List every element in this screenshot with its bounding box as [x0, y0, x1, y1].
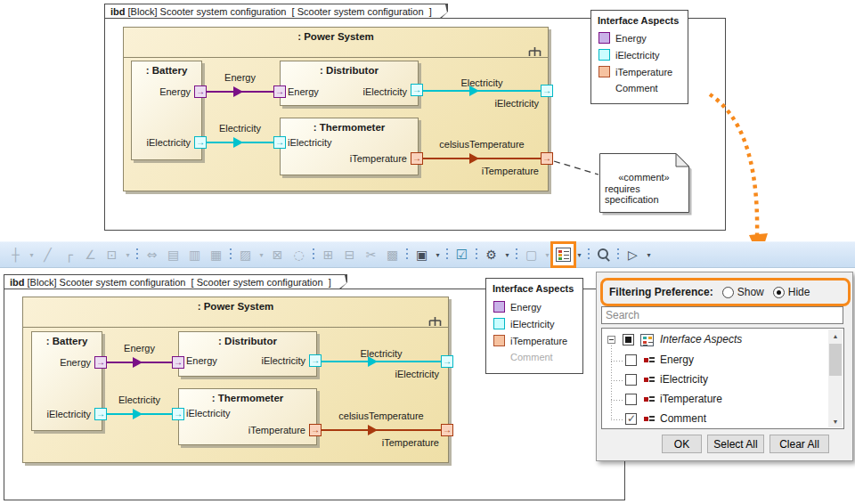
port-distributor-energy[interactable]: [172, 356, 184, 369]
power-system-title: : Power System: [23, 297, 448, 312]
celsius-connector-label: celsiusTemperature: [304, 411, 459, 421]
dropdown-arrow-icon[interactable]: ▾: [502, 244, 512, 265]
legend-top-title: Interface Aspects: [591, 11, 688, 26]
tree-row-root[interactable]: Interface Aspects: [602, 331, 814, 349]
search-input[interactable]: [601, 306, 843, 324]
toolbar-separator: [444, 246, 451, 264]
edge-port-ielectricity[interactable]: [541, 85, 553, 97]
port-thermometer-ielectricity[interactable]: [273, 136, 286, 149]
distributor-title: : Distributor: [281, 61, 418, 76]
distributor-block[interactable]: : Distributor: [178, 331, 317, 377]
comment-line2: specification: [605, 194, 659, 205]
electricity-connector-2[interactable]: [322, 361, 441, 362]
clear-all-button[interactable]: Clear All: [770, 435, 829, 453]
port-distributor-ielectricity[interactable]: [309, 354, 322, 367]
paste-icon[interactable]: ⊟: [339, 244, 360, 265]
make-same-size-icon[interactable]: ⇔: [142, 244, 162, 265]
arrange-shapes-icon[interactable]: ▦: [206, 244, 226, 265]
port-thermometer-itemperature[interactable]: [411, 152, 423, 165]
tree-row-itemperature[interactable]: iTemperature: [602, 391, 814, 409]
ok-button[interactable]: OK: [662, 435, 702, 453]
dropdown-arrow-icon[interactable]: ▾: [644, 244, 654, 265]
scroll-up-icon[interactable]: ▲: [828, 329, 843, 342]
fill-color-icon[interactable]: ▨: [235, 244, 256, 265]
thermometer-ielectricity-label: iElectricity: [288, 137, 332, 148]
distribute-shapes-icon[interactable]: ▥: [184, 244, 205, 265]
delete-icon[interactable]: ▩: [382, 244, 403, 265]
energy-flow-arrow: [233, 86, 243, 97]
search-icon[interactable]: [593, 244, 614, 265]
edge-port-ielectricity[interactable]: [441, 355, 453, 368]
port-battery-ielectricity[interactable]: [94, 408, 107, 420]
port-battery-energy[interactable]: [94, 356, 107, 369]
edge-port-itemperature[interactable]: [541, 152, 553, 165]
scrollbar-thumb[interactable]: [829, 344, 842, 376]
tree-row-comment[interactable]: Comment: [602, 411, 814, 428]
port-distributor-energy[interactable]: [273, 85, 286, 98]
distributor-block[interactable]: : Distributor: [280, 61, 419, 106]
copy-format-icon[interactable]: ⊠: [267, 244, 288, 265]
toolbar-separator: [134, 246, 141, 264]
radio-show-option[interactable]: Show: [722, 286, 764, 298]
port-thermometer-itemperature[interactable]: [309, 424, 322, 436]
reset-edges-icon[interactable]: ⊡: [102, 244, 122, 265]
run-icon[interactable]: ▷: [623, 244, 643, 265]
rectilinear-path-icon[interactable]: ┌: [59, 244, 79, 265]
legend-item-ielectricity: iElectricity: [493, 318, 555, 329]
legend-bottom[interactable]: Interface Aspects Energy iElectricity iT…: [485, 278, 583, 374]
itemperature-checkbox[interactable]: [625, 394, 637, 405]
validate-icon[interactable]: ☑: [452, 244, 472, 265]
copy-icon[interactable]: ⊞: [318, 244, 338, 265]
port-thermometer-ielectricity[interactable]: [172, 408, 184, 420]
dropdown-arrow-icon[interactable]: ▾: [574, 244, 584, 265]
briefcase-icon[interactable]: ▣: [411, 244, 432, 265]
legend-filter-panel: Filtering Preference: Show Hide Interfac…: [596, 272, 853, 461]
tree-scrollbar[interactable]: ▲ ▼: [828, 329, 843, 427]
gear-icon[interactable]: ⚙: [481, 244, 501, 265]
toolbar-separator: [473, 246, 480, 264]
legend-icon[interactable]: [553, 244, 574, 265]
tree-row-energy[interactable]: Energy: [602, 352, 814, 370]
dropdown-arrow-icon[interactable]: ▾: [542, 244, 552, 265]
root-checkbox[interactable]: [623, 334, 634, 345]
radio-hide[interactable]: [773, 287, 785, 298]
dropdown-arrow-icon[interactable]: ▾: [27, 244, 37, 265]
radio-show[interactable]: [722, 287, 734, 298]
select-all-button[interactable]: Select All: [707, 435, 764, 453]
dropdown-arrow-icon[interactable]: ▾: [256, 244, 266, 265]
port-distributor-ielectricity[interactable]: [411, 84, 423, 96]
edge-ielectricity-label: iElectricity: [370, 369, 439, 379]
tree-row-ielectricity[interactable]: iElectricity: [602, 371, 814, 389]
oblique-path-icon[interactable]: ╱: [37, 244, 58, 265]
edge-itemperature-label: iTemperature: [470, 166, 539, 176]
celsius-connector[interactable]: [322, 429, 441, 431]
electricity-connector-2[interactable]: [423, 90, 541, 92]
celsius-connector[interactable]: [423, 158, 541, 159]
ielectricity-checkbox[interactable]: [625, 374, 637, 386]
related-elements-icon[interactable]: ▢: [521, 244, 542, 265]
dropdown-arrow-icon[interactable]: ▾: [433, 244, 443, 265]
edge-port-itemperature[interactable]: [441, 424, 453, 436]
radio-hide-option[interactable]: Hide: [773, 286, 810, 298]
apply-format-icon[interactable]: ◌: [289, 244, 309, 265]
energy-checkbox[interactable]: [625, 354, 637, 366]
collapse-expander-icon[interactable]: [607, 336, 615, 344]
comment-checkbox[interactable]: [625, 413, 637, 425]
comment-stereotype: «comment»: [599, 172, 688, 183]
drawing-mode-icon[interactable]: ┼: [5, 244, 26, 265]
tree-item-label: iElectricity: [660, 373, 708, 386]
dropdown-arrow-icon[interactable]: ▾: [123, 244, 133, 265]
diagonal-path-icon[interactable]: ∠: [80, 244, 101, 265]
cut-icon[interactable]: ✂: [361, 244, 381, 265]
energy-flow-arrow: [133, 357, 142, 368]
comment-note[interactable]: «comment» requires specification: [599, 153, 692, 215]
magicdraw-diagram-legend-tutorial: { "diagram": { "tab_kind": "ibd", "tab_t…: [0, 0, 855, 504]
battery-ielectricity-label: iElectricity: [32, 409, 91, 419]
legend-item-icon: [644, 357, 655, 364]
legend-top[interactable]: Interface Aspects Energy iElectricity iT…: [590, 10, 688, 104]
align-shapes-icon[interactable]: ▤: [163, 244, 183, 265]
port-battery-energy[interactable]: [194, 85, 207, 98]
itemperature-swatch: [493, 335, 505, 346]
port-battery-ielectricity[interactable]: [194, 136, 207, 149]
scroll-down-icon[interactable]: ▼: [828, 415, 843, 427]
